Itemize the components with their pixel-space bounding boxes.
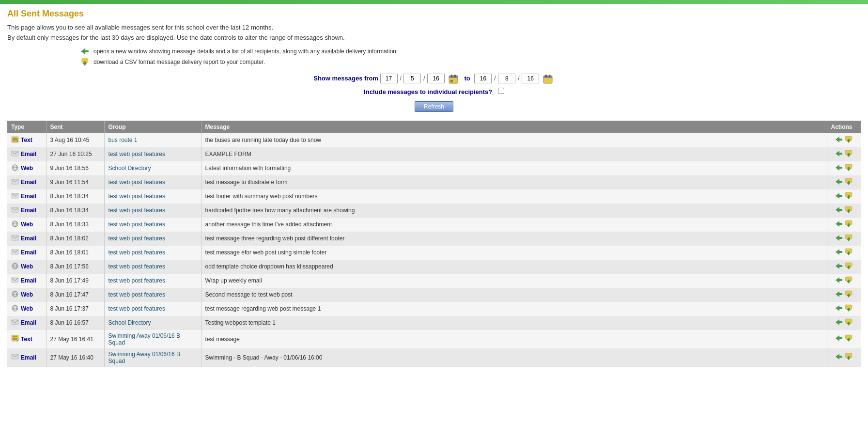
svg-rect-12 <box>549 75 550 77</box>
action-download-button[interactable] <box>844 334 853 344</box>
table-body: Text3 Aug 16 10:45bus route 1the buses a… <box>7 133 861 367</box>
svg-marker-104 <box>836 319 842 325</box>
action-details-button[interactable] <box>835 206 843 215</box>
action-download-button[interactable] <box>844 220 853 229</box>
action-download-button[interactable] <box>844 206 853 215</box>
cell-sent: 8 Jun 16 17:37 <box>46 302 104 316</box>
action-details-button[interactable] <box>835 220 843 229</box>
include-recipients-row: Include messages to individual recipient… <box>7 88 861 95</box>
cell-actions[interactable] <box>827 246 861 260</box>
filter-from-year[interactable] <box>427 74 445 83</box>
action-download-button[interactable] <box>844 290 853 299</box>
cell-actions[interactable] <box>827 133 861 147</box>
filter-to-day[interactable] <box>474 74 492 83</box>
cell-sent: 27 May 16 16:40 <box>46 348 104 367</box>
action-details-button[interactable] <box>835 178 843 187</box>
table-row: Email8 Jun 16 18:01test web post feature… <box>7 246 861 260</box>
cell-type: Web <box>7 302 46 316</box>
action-download-button[interactable] <box>844 318 853 328</box>
table-row: Web8 Jun 16 17:47test web post featuresS… <box>7 288 861 302</box>
action-details-button[interactable] <box>835 318 843 328</box>
refresh-button[interactable]: Refresh <box>415 101 453 112</box>
cell-group: test web post features <box>104 260 201 274</box>
type-label: Web <box>21 165 33 172</box>
action-details-button[interactable] <box>835 290 843 299</box>
action-download-button[interactable] <box>844 192 853 201</box>
col-header-group: Group <box>104 121 201 133</box>
table-row: Text27 May 16 16:41Swimming Away 01/06/1… <box>7 330 861 348</box>
action-download-button[interactable] <box>844 136 853 145</box>
svg-rect-7 <box>454 75 456 77</box>
cell-type: Email <box>7 175 46 189</box>
legend: opens a new window showing message detai… <box>80 47 861 66</box>
cell-actions[interactable] <box>827 161 861 175</box>
svg-rect-102 <box>848 308 850 310</box>
table-row: Email8 Jun 16 17:49test web post feature… <box>7 274 861 288</box>
cell-actions[interactable] <box>827 232 861 246</box>
type-label: Web <box>21 263 33 270</box>
action-details-button[interactable] <box>835 136 843 145</box>
cell-actions[interactable] <box>827 274 861 288</box>
cell-actions[interactable] <box>827 330 861 348</box>
filter-from-cal-icon[interactable]: 🗓 <box>449 75 460 82</box>
cell-group: test web post features <box>104 175 201 189</box>
action-details-button[interactable] <box>835 262 843 271</box>
cell-message: Second message to test web post <box>201 288 827 302</box>
action-details-button[interactable] <box>835 150 843 159</box>
type-label: Text <box>21 336 32 343</box>
cell-group: test web post features <box>104 232 201 246</box>
cell-actions[interactable] <box>827 316 861 330</box>
cell-actions[interactable] <box>827 302 861 316</box>
cell-message: EXAMPLE FORM <box>201 147 827 161</box>
include-recipients-checkbox[interactable] <box>498 88 504 94</box>
cell-actions[interactable] <box>827 260 861 274</box>
cell-actions[interactable] <box>827 348 861 367</box>
type-icon <box>11 334 19 344</box>
action-download-button[interactable] <box>844 178 853 187</box>
action-details-button[interactable] <box>835 248 843 257</box>
action-details-button[interactable] <box>835 334 843 344</box>
cell-actions[interactable] <box>827 175 861 189</box>
svg-rect-70 <box>848 251 850 254</box>
action-download-button[interactable] <box>844 304 853 314</box>
cell-type: Email <box>7 246 46 260</box>
cell-actions[interactable] <box>827 204 861 218</box>
action-download-button[interactable] <box>844 262 853 271</box>
action-details-button[interactable] <box>835 353 843 362</box>
cell-type: Email <box>7 274 46 288</box>
svg-marker-0 <box>81 48 89 54</box>
svg-rect-51 <box>848 209 850 212</box>
filter-from-month[interactable] <box>403 74 421 83</box>
action-download-button[interactable] <box>844 276 853 285</box>
cell-actions[interactable] <box>827 147 861 161</box>
action-details-button[interactable] <box>835 164 843 173</box>
action-details-button[interactable] <box>835 192 843 201</box>
svg-rect-60 <box>848 223 850 226</box>
svg-rect-41 <box>848 181 850 184</box>
action-download-button[interactable] <box>844 248 853 257</box>
action-details-button[interactable] <box>835 276 843 285</box>
type-label: Email <box>21 249 36 256</box>
cell-message: test message three regarding web post di… <box>201 232 827 246</box>
action-details-button[interactable] <box>835 304 843 314</box>
cell-actions[interactable] <box>827 218 861 232</box>
type-label: Email <box>21 179 36 186</box>
filter-from-day[interactable] <box>380 74 398 83</box>
type-icon <box>11 353 19 362</box>
filter-to-cal-icon[interactable] <box>543 75 553 82</box>
filter-to-year[interactable] <box>522 74 539 83</box>
action-download-button[interactable] <box>844 353 853 362</box>
action-details-button[interactable] <box>835 234 843 243</box>
svg-text:🗓: 🗓 <box>450 79 453 83</box>
table-row: Email8 Jun 16 18:34test web post feature… <box>7 189 861 204</box>
action-download-button[interactable] <box>844 150 853 159</box>
cell-group: School Directory <box>104 316 201 330</box>
action-download-button[interactable] <box>844 234 853 243</box>
legend-details: opens a new window showing message detai… <box>80 47 861 56</box>
svg-marker-62 <box>836 235 842 241</box>
cell-message: test message <box>201 330 827 348</box>
action-download-button[interactable] <box>844 164 853 173</box>
cell-actions[interactable] <box>827 288 861 302</box>
cell-actions[interactable] <box>827 189 861 204</box>
filter-to-month[interactable] <box>498 74 515 83</box>
